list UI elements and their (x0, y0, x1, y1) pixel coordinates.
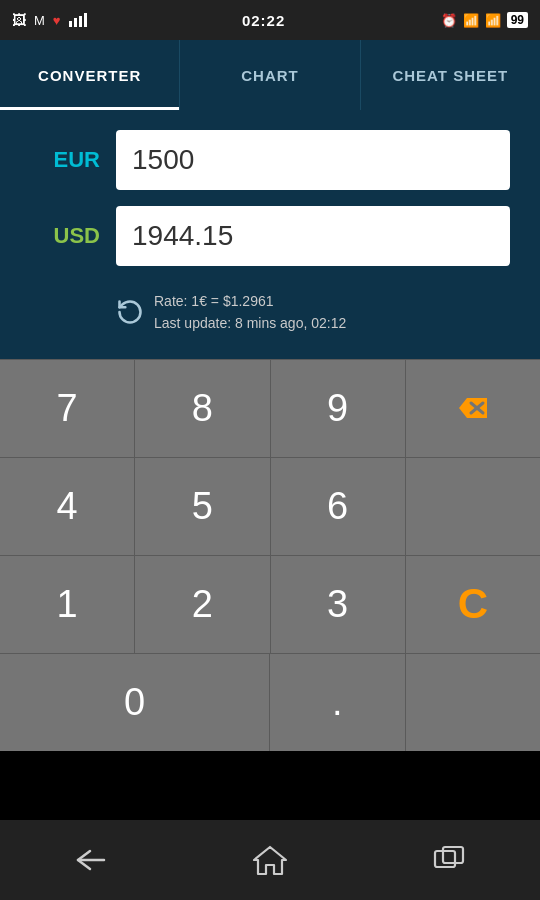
key-3[interactable]: 3 (271, 556, 406, 653)
usd-label: USD (30, 223, 100, 249)
key-2[interactable]: 2 (135, 556, 270, 653)
svg-marker-0 (459, 398, 487, 418)
rate-row: Rate: 1€ = $1.2961 Last update: 8 mins a… (30, 282, 510, 339)
svg-rect-5 (435, 851, 455, 867)
alarm-icon: ⏰ (441, 13, 457, 28)
svg-rect-6 (443, 847, 463, 863)
converter-panel: EUR USD Rate: 1€ = $1.2961 Last update: … (0, 110, 540, 359)
key-dot[interactable]: . (270, 654, 406, 751)
tab-cheatsheet[interactable]: CHEAT SHEET (361, 40, 540, 110)
tab-chart[interactable]: CHART (180, 40, 360, 110)
svg-marker-4 (254, 847, 286, 874)
keypad-row-2: 4 5 6 (0, 457, 540, 555)
key-6[interactable]: 6 (271, 458, 406, 555)
bottom-nav (0, 820, 540, 900)
usd-row: USD (30, 206, 510, 266)
eur-input[interactable] (116, 130, 510, 190)
tab-converter[interactable]: CONVERTER (0, 40, 180, 110)
tab-bar: CONVERTER CHART CHEAT SHEET (0, 40, 540, 110)
key-backspace[interactable] (406, 360, 540, 457)
key-0[interactable]: 0 (0, 654, 270, 751)
heart-icon: ♥ (53, 13, 61, 28)
status-right-icons: ⏰ 📶 📶 99 (441, 12, 528, 28)
rate-text: Rate: 1€ = $1.2961 (154, 290, 346, 312)
status-time: 02:22 (242, 12, 285, 29)
keypad-row-1: 7 8 9 (0, 359, 540, 457)
key-empty-bottom (406, 654, 541, 751)
backspace-icon (455, 394, 491, 422)
eur-label: EUR (30, 147, 100, 173)
key-8[interactable]: 8 (135, 360, 270, 457)
nav-recents-button[interactable] (420, 840, 480, 880)
rate-info: Rate: 1€ = $1.2961 Last update: 8 mins a… (154, 290, 346, 335)
wifi-icon: 📶 (463, 13, 479, 28)
status-left-icons: 🖼 M ♥ (12, 12, 87, 28)
key-4[interactable]: 4 (0, 458, 135, 555)
key-5[interactable]: 5 (135, 458, 270, 555)
key-9[interactable]: 9 (271, 360, 406, 457)
keypad: 7 8 9 4 5 6 1 2 3 C 0 . (0, 359, 540, 751)
gmail-icon: M (34, 13, 45, 28)
eur-row: EUR (30, 130, 510, 190)
recents-icon (433, 845, 467, 875)
key-clear[interactable]: C (406, 556, 540, 653)
key-empty-top (406, 458, 540, 555)
back-icon (70, 845, 110, 875)
nav-home-button[interactable] (240, 840, 300, 880)
signal-icon: 📶 (485, 13, 501, 28)
nav-back-button[interactable] (60, 840, 120, 880)
key-1[interactable]: 1 (0, 556, 135, 653)
usd-input[interactable] (116, 206, 510, 266)
last-update-text: Last update: 8 mins ago, 02:12 (154, 312, 346, 334)
status-bar: 🖼 M ♥ 02:22 ⏰ 📶 📶 99 (0, 0, 540, 40)
key-7[interactable]: 7 (0, 360, 135, 457)
home-icon (252, 844, 288, 876)
image-icon: 🖼 (12, 12, 26, 28)
keypad-row-3: 1 2 3 C (0, 555, 540, 653)
refresh-icon[interactable] (116, 298, 144, 326)
bar-icon (69, 13, 87, 27)
battery-level: 99 (507, 12, 528, 28)
keypad-row-4: 0 . (0, 653, 540, 751)
